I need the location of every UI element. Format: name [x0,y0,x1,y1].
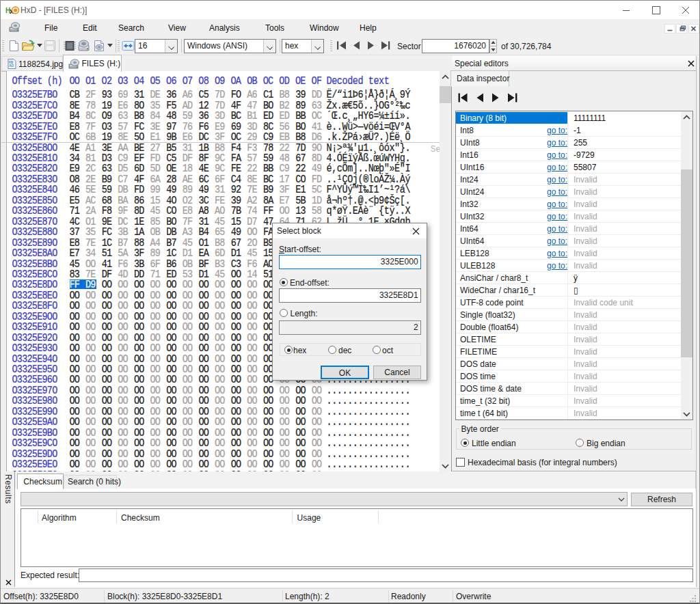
svg-text:AO: AO [9,64,14,68]
